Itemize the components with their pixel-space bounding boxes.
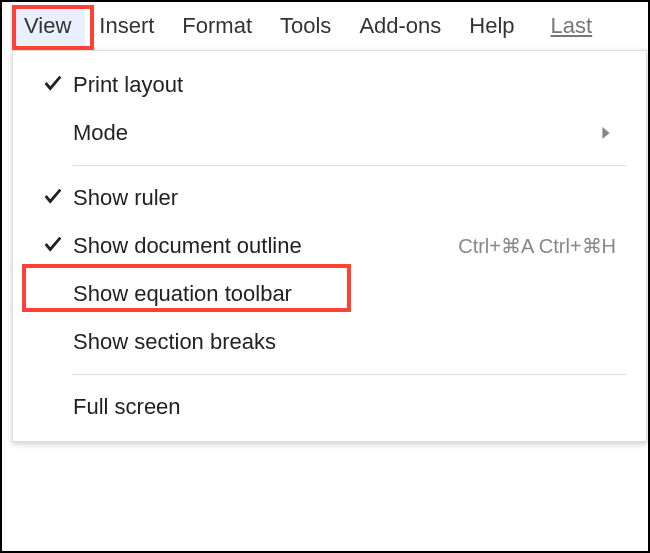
menu-insert-label: Insert — [99, 13, 154, 38]
view-dropdown: Print layout Mode Show ruler Show docume… — [12, 50, 647, 442]
menu-item-show-ruler[interactable]: Show ruler — [13, 174, 646, 222]
menu-addons[interactable]: Add-ons — [345, 5, 455, 47]
check-icon — [42, 72, 64, 98]
menu-help[interactable]: Help — [455, 5, 528, 47]
menu-item-show-document-outline[interactable]: Show document outline Ctrl+⌘A Ctrl+⌘H — [13, 222, 646, 270]
menu-addons-label: Add-ons — [359, 13, 441, 38]
check-icon — [42, 233, 64, 259]
menu-item-print-layout[interactable]: Print layout — [13, 61, 646, 109]
separator — [73, 165, 626, 166]
show-ruler-label: Show ruler — [73, 185, 626, 211]
show-document-outline-shortcut: Ctrl+⌘A Ctrl+⌘H — [458, 234, 616, 258]
menu-item-show-section-breaks[interactable]: Show section breaks — [13, 318, 646, 366]
check-icon — [42, 185, 64, 211]
menubar: View Insert Format Tools Add-ons Help La… — [2, 2, 648, 50]
show-document-outline-label: Show document outline — [73, 233, 458, 259]
show-section-breaks-label: Show section breaks — [73, 329, 626, 355]
menu-view[interactable]: View — [10, 5, 85, 47]
mode-label: Mode — [73, 120, 596, 146]
show-equation-toolbar-label: Show equation toolbar — [73, 281, 626, 307]
menu-insert[interactable]: Insert — [85, 5, 168, 47]
menu-tools-label: Tools — [280, 13, 331, 38]
menu-item-show-equation-toolbar[interactable]: Show equation toolbar — [13, 270, 646, 318]
menu-format-label: Format — [182, 13, 252, 38]
chevron-right-icon — [596, 127, 616, 139]
menu-format[interactable]: Format — [168, 5, 266, 47]
print-layout-label: Print layout — [73, 72, 626, 98]
menu-last-edit[interactable]: Last — [537, 5, 607, 47]
menu-item-mode[interactable]: Mode — [13, 109, 646, 157]
menu-last-label: Last — [551, 13, 593, 38]
full-screen-label: Full screen — [73, 394, 626, 420]
menu-tools[interactable]: Tools — [266, 5, 345, 47]
menu-item-full-screen[interactable]: Full screen — [13, 383, 646, 431]
separator — [73, 374, 626, 375]
menu-help-label: Help — [469, 13, 514, 38]
menu-view-label: View — [24, 13, 71, 38]
